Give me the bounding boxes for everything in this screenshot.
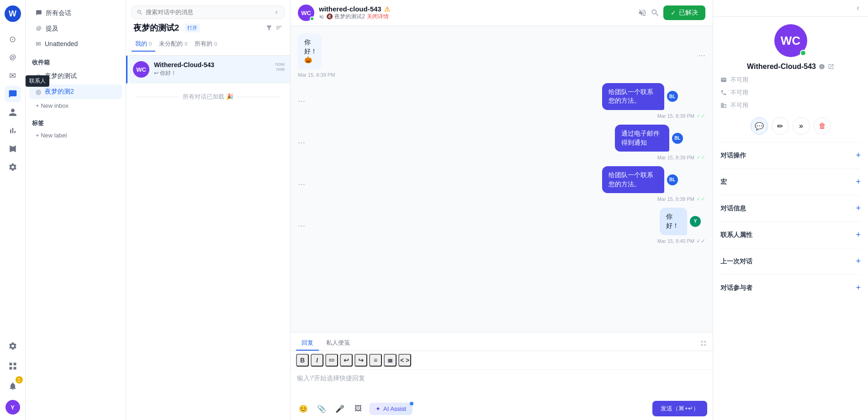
section-conv-info-header[interactable]: 对话信息 + xyxy=(720,202,861,215)
msg-options-2[interactable]: ⋯ xyxy=(298,97,305,105)
section-contact-attrs-header[interactable]: 联系人属性 + xyxy=(720,228,861,242)
emoji-btn[interactable]: 😊 xyxy=(296,401,311,416)
action-edit-btn[interactable]: ✏ xyxy=(772,117,789,135)
tooltip-contacts: 联系人 xyxy=(26,75,49,87)
reply-area: 回复 私人便笺 B I ↩ ↪ ≡ ≣ < > 输入'/'开始选择快捷回复 😊 … xyxy=(291,332,713,420)
nav-grid[interactable] xyxy=(5,358,21,374)
conv-list: WC Withered-Cloud-543 ↩ 你好！ now now 所有对话… xyxy=(126,56,290,420)
conv-item-1[interactable]: WC Withered-Cloud-543 ↩ 你好！ now now xyxy=(126,56,290,84)
sidebar-item-label: 提及 xyxy=(46,25,58,33)
action-chat-btn[interactable]: 💬 xyxy=(751,117,768,135)
audio-btn[interactable]: 🎤 xyxy=(333,401,347,416)
list-btn[interactable]: ≡ xyxy=(369,354,382,367)
all-loaded-text: 所有对话已加载 🎉 xyxy=(183,93,233,101)
tab-unassigned[interactable]: 未分配的 0 xyxy=(155,37,191,52)
external-link-icon[interactable] xyxy=(828,63,834,70)
section-conv-actions-add[interactable]: + xyxy=(856,151,861,160)
nav-home[interactable]: ⊙ xyxy=(5,31,21,47)
sidebar-item-unattended[interactable]: ✉ Unattended xyxy=(29,37,122,51)
nav-campaigns[interactable] xyxy=(5,141,21,157)
nav-mentions[interactable]: ＠ xyxy=(5,49,21,66)
search-input[interactable] xyxy=(146,9,270,16)
chat-online-dot xyxy=(310,16,314,21)
section-divider-4 xyxy=(720,221,861,222)
section-participants-header[interactable]: 对话参与者 + xyxy=(720,281,861,294)
sidebar-item-all-conversations[interactable]: 所有会话 xyxy=(29,6,122,21)
reply-tab-note[interactable]: 私人便笺 xyxy=(321,336,355,351)
conv-avatar-1: WC xyxy=(133,61,149,78)
sidebar-item-mentions[interactable]: ＠ 提及 xyxy=(29,21,122,36)
code-btn[interactable]: < > xyxy=(398,354,411,367)
bold-btn[interactable]: B xyxy=(296,354,309,367)
phone-icon xyxy=(720,89,727,96)
ordered-list-btn[interactable]: ≣ xyxy=(384,354,397,367)
resolved-button[interactable]: ✓ 已解决 xyxy=(663,5,705,20)
right-panel-close-icon[interactable] xyxy=(854,5,862,12)
msg-time-3: Mar 15, 8:39 PM ✓✓ xyxy=(657,154,705,161)
tab-mine[interactable]: 我的 0 xyxy=(132,37,155,52)
tab-all[interactable]: 所有的 0 xyxy=(191,37,221,52)
msg-options-1[interactable]: ⋯ xyxy=(698,51,705,60)
section-macro-add[interactable]: + xyxy=(856,177,861,187)
info-icon[interactable] xyxy=(819,63,825,70)
msg-time-5: Mar 15, 8:40 PM ✓✓ xyxy=(657,238,705,244)
chat-header-avatar: WC xyxy=(298,5,314,21)
check-icon: ✓ xyxy=(671,9,676,16)
section-participants-add[interactable]: + xyxy=(856,283,861,293)
chat-header-name: withered-cloud-543 ⚠ xyxy=(319,5,633,13)
reply-input-area[interactable]: 输入'/'开始选择快捷回复 xyxy=(291,370,713,397)
redo-btn[interactable]: ↪ xyxy=(355,354,367,367)
undo-btn[interactable]: ↩ xyxy=(340,354,353,367)
conversation-panel: 夜梦的测试2 打开 我的 0 未分配的 0 所有的 0 W xyxy=(126,0,291,420)
section-conv-actions-header[interactable]: 对话操作 + xyxy=(720,149,861,162)
add-label-btn[interactable]: + New label xyxy=(29,130,122,141)
action-forward-btn[interactable]: » xyxy=(793,117,810,135)
nav-chat[interactable] xyxy=(5,86,21,102)
search-bar[interactable] xyxy=(132,5,285,19)
section-participants: 对话参与者 + xyxy=(720,277,861,299)
right-panel-header xyxy=(713,0,868,17)
chat-header-info: withered-cloud-543 ⚠ 🔇 夜梦的测试2 关闭详情 xyxy=(319,5,633,21)
app-logo: W xyxy=(5,5,21,22)
section-divider-5 xyxy=(720,248,861,248)
section-conv-info-title: 对话信息 xyxy=(720,205,746,213)
section-macro-header[interactable]: 宏 + xyxy=(720,175,861,189)
inbox-icon-2: ◎ xyxy=(36,88,41,95)
section-prev-conv-header[interactable]: 上一次对话 + xyxy=(720,255,861,268)
mute-icon[interactable] xyxy=(638,8,647,17)
filter-icon[interactable] xyxy=(265,24,273,31)
search-chat-icon[interactable] xyxy=(651,8,660,17)
nav-integrations[interactable] xyxy=(5,159,21,175)
contact-online-dot xyxy=(800,50,806,56)
nav-reports[interactable] xyxy=(5,122,21,139)
msg-options-4[interactable]: ⋯ xyxy=(298,180,305,189)
user-avatar[interactable]: Y xyxy=(5,400,20,415)
send-button[interactable]: 发送（⌘+↵） xyxy=(652,401,707,416)
msg-bubble-3: 通过电子邮件得到通知 xyxy=(615,125,669,152)
add-inbox-btn[interactable]: + New inbox xyxy=(29,100,122,111)
nav-settings[interactable] xyxy=(5,338,21,354)
reply-tab-reply[interactable]: 回复 xyxy=(296,336,319,351)
conv-panel-header: 夜梦的测试2 打开 我的 0 未分配的 0 所有的 0 xyxy=(126,0,290,56)
msg-options-3[interactable]: ⋯ xyxy=(298,138,305,147)
nav-bell[interactable]: 1 xyxy=(5,378,21,394)
nav-contacts[interactable] xyxy=(5,104,21,121)
section-contact-attrs-add[interactable]: + xyxy=(856,230,861,240)
link-btn[interactable] xyxy=(325,354,338,367)
nav-unattended[interactable]: ✉ xyxy=(5,68,21,84)
ai-assist-button[interactable]: ✦ AI Assist xyxy=(369,403,413,415)
italic-btn[interactable]: I xyxy=(311,354,323,367)
sort-icon[interactable] xyxy=(275,24,283,31)
action-delete-btn[interactable]: 🗑 xyxy=(814,117,831,135)
expand-icon[interactable] xyxy=(700,340,707,347)
open-badge[interactable]: 打开 xyxy=(185,24,200,32)
ai-icon: ✦ xyxy=(376,405,381,412)
contact-company-row: 不可用 xyxy=(720,99,861,112)
attachment-btn[interactable]: 📎 xyxy=(314,401,329,416)
msg-options-5[interactable]: ⋯ xyxy=(298,221,305,230)
image-btn[interactable]: 🖼 xyxy=(351,401,365,416)
close-details-link[interactable]: 关闭详情 xyxy=(367,13,389,21)
section-prev-conv-add[interactable]: + xyxy=(856,257,861,266)
msg-bubble-1: 你好！🎃 xyxy=(298,33,322,69)
section-conv-info-add[interactable]: + xyxy=(856,204,861,213)
